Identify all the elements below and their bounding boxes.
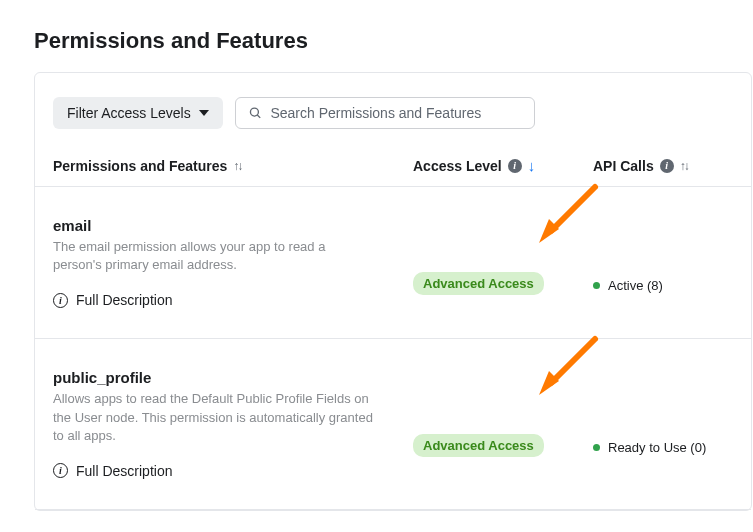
search-input[interactable] (270, 105, 521, 121)
api-status-label: Active (8) (608, 278, 663, 293)
access-level-badge: Advanced Access (413, 272, 544, 295)
column-header-api[interactable]: API Calls i ↑↓ (593, 158, 733, 174)
permission-name: public_profile (53, 369, 373, 386)
table-header: Permissions and Features ↑↓ Access Level… (35, 143, 751, 187)
sort-desc-icon: ↓ (528, 157, 536, 174)
svg-line-1 (257, 115, 260, 118)
column-api-label: API Calls (593, 158, 654, 174)
caret-down-icon (199, 110, 209, 116)
api-status: Ready to Use (0) (593, 440, 706, 455)
status-dot-icon (593, 282, 600, 289)
info-outline-icon: i (53, 293, 68, 308)
search-icon (248, 105, 263, 121)
full-description-label: Full Description (76, 292, 172, 308)
column-name-label: Permissions and Features (53, 158, 227, 174)
table-row: email The email permission allows your a… (35, 187, 751, 339)
filter-label: Filter Access Levels (67, 105, 191, 121)
column-access-label: Access Level (413, 158, 502, 174)
sort-icon: ↑↓ (680, 159, 688, 173)
table-row: public_profile Allows apps to read the D… (35, 339, 751, 510)
column-header-access[interactable]: Access Level i ↓ (413, 157, 593, 174)
permission-description: Allows apps to read the Default Public P… (53, 390, 373, 445)
info-icon: i (508, 159, 522, 173)
full-description-link[interactable]: i Full Description (53, 463, 373, 479)
permission-name: email (53, 217, 373, 234)
full-description-label: Full Description (76, 463, 172, 479)
permission-description: The email permission allows your app to … (53, 238, 373, 274)
page-title: Permissions and Features (0, 0, 753, 72)
permissions-panel: Filter Access Levels Permissions and Fea… (34, 72, 752, 511)
info-icon: i (660, 159, 674, 173)
access-level-badge: Advanced Access (413, 434, 544, 457)
sort-icon: ↑↓ (233, 159, 241, 173)
controls-bar: Filter Access Levels (35, 97, 751, 143)
filter-access-levels-button[interactable]: Filter Access Levels (53, 97, 223, 129)
full-description-link[interactable]: i Full Description (53, 292, 373, 308)
api-status-label: Ready to Use (0) (608, 440, 706, 455)
search-box[interactable] (235, 97, 535, 129)
svg-point-0 (250, 108, 258, 116)
api-status: Active (8) (593, 278, 663, 293)
info-outline-icon: i (53, 463, 68, 478)
column-header-name[interactable]: Permissions and Features ↑↓ (53, 158, 413, 174)
status-dot-icon (593, 444, 600, 451)
